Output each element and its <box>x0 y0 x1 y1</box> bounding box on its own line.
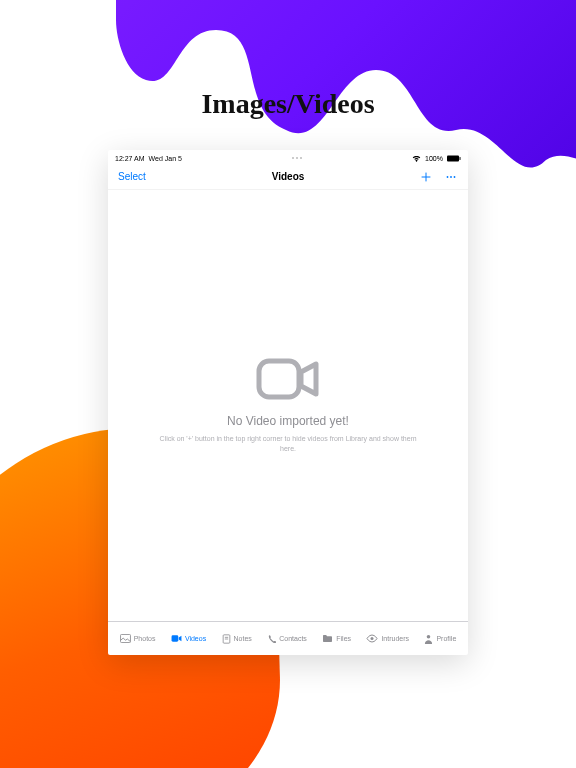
svg-point-2 <box>447 176 449 178</box>
svg-point-4 <box>454 176 456 178</box>
tab-contacts[interactable]: Contacts <box>267 634 307 644</box>
tab-label: Notes <box>234 635 252 642</box>
nav-title: Videos <box>108 171 468 182</box>
tab-intruders[interactable]: Intruders <box>366 634 409 643</box>
svg-rect-5 <box>259 361 299 397</box>
select-button[interactable]: Select <box>118 171 146 182</box>
status-battery-pct: 100% <box>425 155 443 162</box>
svg-point-11 <box>371 637 374 640</box>
tab-label: Profile <box>436 635 456 642</box>
empty-state: No Video imported yet! Click on '+' butt… <box>108 190 468 621</box>
empty-title: No Video imported yet! <box>227 414 349 428</box>
svg-point-3 <box>450 176 452 178</box>
tab-profile[interactable]: Profile <box>424 634 456 644</box>
status-bar: 12:27 AM Wed Jan 5 100% <box>108 150 468 164</box>
tab-label: Photos <box>134 635 156 642</box>
tab-videos[interactable]: Videos <box>171 634 206 643</box>
svg-rect-7 <box>171 635 178 641</box>
tab-label: Videos <box>185 635 206 642</box>
add-button[interactable] <box>420 171 432 183</box>
tab-notes[interactable]: Notes <box>222 634 252 644</box>
wifi-icon <box>412 155 421 162</box>
svg-point-12 <box>427 634 431 638</box>
drag-indicator-icon <box>292 157 302 159</box>
device-frame: 12:27 AM Wed Jan 5 100% Select Videos <box>108 150 468 655</box>
svg-rect-1 <box>459 157 460 160</box>
page-title: Images/Videos <box>0 88 576 120</box>
battery-icon <box>447 155 461 162</box>
tab-files[interactable]: Files <box>322 634 351 643</box>
svg-rect-0 <box>447 155 459 161</box>
tab-label: Files <box>336 635 351 642</box>
tab-bar: Photos Videos Notes Contacts Files Intru… <box>108 621 468 655</box>
tab-label: Contacts <box>279 635 307 642</box>
navigation-bar: Select Videos <box>108 164 468 190</box>
empty-subtitle: Click on '+' button in the top right cor… <box>158 434 418 454</box>
video-camera-icon <box>256 358 320 400</box>
status-date: Wed Jan 5 <box>149 155 182 162</box>
status-time: 12:27 AM <box>115 155 145 162</box>
tab-label: Intruders <box>381 635 409 642</box>
more-button[interactable] <box>444 171 458 183</box>
tab-photos[interactable]: Photos <box>120 634 156 643</box>
